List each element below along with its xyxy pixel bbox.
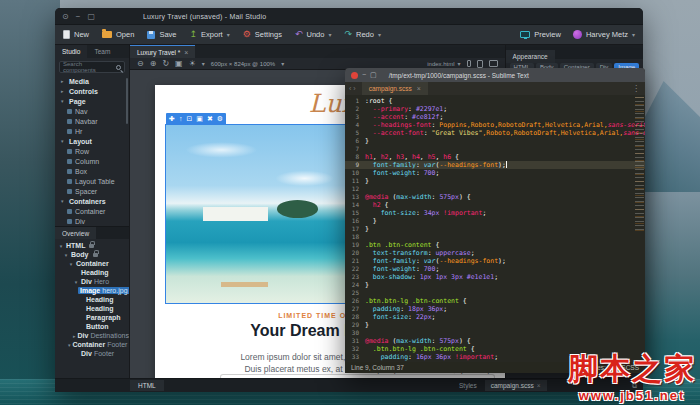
code-line[interactable]: 29}	[345, 321, 645, 329]
toolbar-settings-button[interactable]: ⚙Settings	[243, 30, 282, 39]
code-line[interactable]: 28 font-size: 22px;	[345, 313, 645, 321]
component-group-controls[interactable]: ▸Controls	[55, 86, 129, 96]
zoom-in-icon[interactable]: ⊕	[150, 60, 157, 68]
minimize-icon[interactable]: −	[362, 68, 366, 82]
overview-node[interactable]: Heading	[55, 268, 129, 277]
tab-html-editor[interactable]: HTML	[130, 380, 164, 391]
code-line[interactable]: 12	[345, 185, 645, 193]
code-line[interactable]: 5 --accent-font: "Great Vibes",Roboto,Ro…	[345, 129, 645, 137]
zoom-out-icon[interactable]: ⊖	[137, 60, 144, 68]
component-item[interactable]: Hr	[55, 126, 129, 136]
gear-icon[interactable]: ⚙	[217, 113, 223, 125]
component-group-media[interactable]: ▸Media	[55, 76, 129, 86]
code-editor[interactable]: 1:root {2 --primary: #2297e1;3 --accent:…	[345, 95, 645, 362]
overview-node[interactable]: Button	[55, 322, 129, 331]
code-line[interactable]: 11}	[345, 177, 645, 185]
chevron-down-icon[interactable]: ▾	[202, 60, 205, 67]
component-item[interactable]: Nav	[55, 106, 129, 116]
delete-icon[interactable]: ✖	[207, 113, 213, 125]
tab-campaign-scss[interactable]: campaign.scss×	[485, 380, 547, 391]
tab-studio[interactable]: Studio	[55, 45, 87, 58]
canvas-dimensions[interactable]: 600px × 824px @ 100%	[211, 61, 275, 67]
code-line[interactable]: 14 h2 {	[345, 201, 645, 209]
code-line[interactable]: 31@media (max-width: 575px) {	[345, 337, 645, 345]
preview-button[interactable]: Preview	[520, 30, 561, 39]
user-menu[interactable]: Harvey Metz ▾	[573, 30, 635, 39]
phone-icon[interactable]	[467, 60, 471, 67]
code-line[interactable]: 13@media (max-width: 575px) {	[345, 193, 645, 201]
overview-node[interactable]: ▾ContainerFooter	[55, 340, 129, 349]
code-line[interactable]: 19.btn .btn-content {	[345, 241, 645, 249]
code-line[interactable]: 22 font-weight: 700;	[345, 265, 645, 273]
code-line[interactable]: 30	[345, 329, 645, 337]
component-item[interactable]: Spacer	[55, 186, 129, 196]
component-item[interactable]: Row	[55, 146, 129, 156]
minimize-icon[interactable]: −	[76, 8, 81, 25]
component-item[interactable]: Navbar	[55, 116, 129, 126]
code-line[interactable]: 8h1, h2, h3, h4, h5, h6 {	[345, 153, 645, 161]
chevron-down-icon[interactable]: ▾	[281, 60, 284, 67]
theme-sun-icon[interactable]: ☀	[189, 60, 196, 68]
tablet-icon[interactable]	[477, 60, 483, 68]
overview-node[interactable]: Heading	[55, 304, 129, 313]
code-line[interactable]: 10 font-weight: 700;	[345, 169, 645, 177]
component-group-page[interactable]: ▾Page	[55, 96, 129, 106]
desktop-icon[interactable]	[489, 60, 498, 67]
maximize-icon[interactable]: ▢	[87, 8, 95, 25]
component-item[interactable]: Container	[55, 206, 129, 216]
overview-node[interactable]: Paragraph	[55, 313, 129, 322]
code-line[interactable]: 18	[345, 233, 645, 241]
toolbar-new-button[interactable]: New	[63, 30, 89, 39]
tab-team[interactable]: Team	[87, 45, 117, 58]
overflow-menu-icon[interactable]: ⋮	[632, 84, 645, 93]
close-tab-icon[interactable]: ×	[537, 382, 541, 389]
tab-next-icon[interactable]: ›	[353, 85, 357, 92]
component-item[interactable]: Box	[55, 166, 129, 176]
code-line[interactable]: 16 }	[345, 217, 645, 225]
overview-node[interactable]: ▸DivDestinations	[55, 331, 129, 340]
editor-tab[interactable]: campaign.scss ×	[362, 82, 428, 95]
overview-node[interactable]: DivFooter	[55, 349, 129, 358]
overview-node[interactable]: ▾Container	[55, 259, 129, 268]
code-line[interactable]: 1:root {	[345, 97, 645, 105]
tab-scroll-icons[interactable]: ‹›	[345, 85, 362, 92]
overview-node[interactable]: ▾Body	[55, 250, 129, 259]
move-icon[interactable]: ✚	[169, 113, 175, 125]
refresh-icon[interactable]: ↻	[162, 60, 169, 68]
code-line[interactable]: 24}	[345, 281, 645, 289]
component-group-containers[interactable]: ▾Containers	[55, 196, 129, 206]
toolbar-save-button[interactable]: Save	[147, 30, 176, 39]
app-menu-icon[interactable]: ⊙	[62, 8, 69, 25]
select-parent-icon[interactable]: ↑	[179, 113, 183, 125]
code-line[interactable]: 4 --headings-font: Poppins,Roboto,Roboto…	[345, 121, 645, 129]
code-line[interactable]: 20 text-transform: uppercase;	[345, 249, 645, 257]
overview-node[interactable]: ▾DivHero	[55, 277, 129, 286]
overview-node[interactable]: Imagehero.jpg	[55, 286, 129, 295]
file-selector[interactable]: index.html ▾	[427, 60, 460, 67]
document-tab[interactable]: Luxury Travel * ×	[130, 45, 195, 58]
titlebar[interactable]: ⊙ − ▢ Luxury Travel (unsaved) - Mail Stu…	[55, 8, 643, 25]
close-button[interactable]	[351, 72, 358, 79]
code-line[interactable]: 25	[345, 289, 645, 297]
scrollbar[interactable]	[126, 78, 128, 124]
component-group-layout[interactable]: ▾Layout	[55, 136, 129, 146]
horizontal-scrollbar[interactable]	[220, 374, 495, 378]
search-components-input[interactable]: Search components	[59, 61, 125, 73]
image-toggle-icon[interactable]: ▣	[175, 60, 183, 68]
close-tab-icon[interactable]: ×	[184, 49, 188, 56]
overview-node[interactable]: ▾HTML	[55, 241, 129, 250]
duplicate-icon[interactable]: ⊡	[186, 113, 192, 125]
code-line[interactable]: 2 --primary: #2297e1;	[345, 105, 645, 113]
code-line[interactable]: 3 --accent: #ce812f;	[345, 113, 645, 121]
code-line[interactable]: 17}	[345, 225, 645, 233]
code-line[interactable]: 23 box-shadow: 1px 1px 3px #e1e1e1;	[345, 273, 645, 281]
component-item[interactable]: Column	[55, 156, 129, 166]
component-item[interactable]: Div	[55, 216, 129, 226]
component-item[interactable]: Layout Table	[55, 176, 129, 186]
tab-styles[interactable]: Styles	[453, 380, 483, 391]
code-line[interactable]: 6}	[345, 137, 645, 145]
code-line[interactable]: 15 font-size: 34px !important;	[345, 209, 645, 217]
tab-overview[interactable]: Overview	[55, 227, 96, 239]
code-line[interactable]: 27 padding: 18px 36px;	[345, 305, 645, 313]
close-tab-icon[interactable]: ×	[417, 85, 421, 92]
